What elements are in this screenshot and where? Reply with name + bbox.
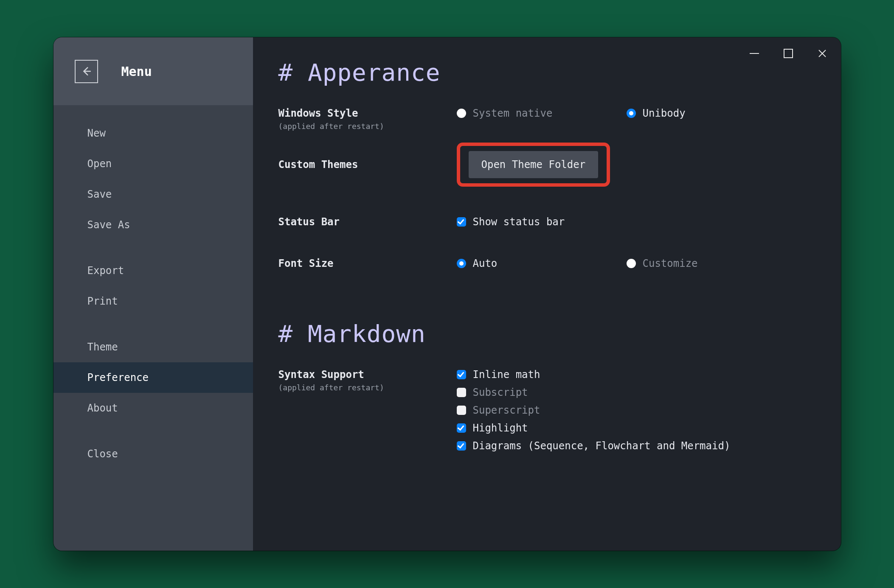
checkbox-diagrams-sequence-flowchart-and-mermaid-[interactable]: Diagrams (Sequence, Flowchart and Mermai… [457, 440, 815, 452]
checkbox-label: Subscript [473, 386, 528, 398]
checkbox-icon [457, 441, 466, 451]
status-bar-label: Status Bar [278, 216, 457, 228]
sidebar-item-save[interactable]: Save [53, 179, 253, 210]
maximize-button[interactable] [780, 45, 797, 62]
sidebar-item-open[interactable]: Open [53, 148, 253, 179]
checkbox-icon [457, 370, 466, 379]
radio-label: System native [473, 107, 553, 119]
custom-themes-label: Custom Themes [278, 159, 457, 171]
row-status-bar: Status Bar Show status bar [278, 207, 815, 237]
windows-style-sub: (applied after restart) [278, 122, 457, 131]
checkbox-icon [457, 406, 466, 415]
app-window: Menu NewOpenSaveSave AsExportPrintThemeP… [53, 37, 841, 551]
back-button[interactable] [75, 60, 98, 83]
radio-unibody[interactable]: Unibody [627, 107, 686, 119]
checkbox-show-status-bar[interactable]: Show status bar [457, 216, 565, 228]
checkbox-label: Show status bar [473, 216, 565, 228]
sidebar-item-new[interactable]: New [53, 118, 253, 148]
sidebar-item-save-as[interactable]: Save As [53, 210, 253, 240]
highlight-open-theme-folder: Open Theme Folder [457, 143, 610, 187]
row-font-size: Font Size Auto Customize [278, 249, 815, 278]
sidebar-item-preference[interactable]: Preference [53, 362, 253, 393]
row-syntax-support: Syntax Support (applied after restart) I… [278, 369, 815, 452]
checkbox-label: Diagrams (Sequence, Flowchart and Mermai… [473, 440, 731, 452]
open-theme-folder-button[interactable]: Open Theme Folder [469, 151, 599, 178]
radio-dot-icon [627, 259, 636, 268]
windows-style-label: Windows Style [278, 107, 457, 119]
markdown-heading: # Markdown [278, 320, 815, 347]
radio-label: Auto [473, 258, 498, 269]
main-content: # Apperance Windows Style (applied after… [253, 37, 841, 551]
radio-dot-icon [627, 109, 636, 118]
sidebar-list: NewOpenSaveSave AsExportPrintThemePrefer… [53, 105, 253, 484]
appearance-heading: # Apperance [278, 59, 815, 86]
sidebar: Menu NewOpenSaveSave AsExportPrintThemeP… [53, 37, 253, 551]
row-custom-themes: Custom Themes Open Theme Folder [278, 143, 815, 187]
checkbox-icon [457, 217, 466, 227]
radio-customize[interactable]: Customize [627, 258, 698, 269]
sidebar-item-theme[interactable]: Theme [53, 332, 253, 362]
radio-auto[interactable]: Auto [457, 258, 567, 269]
radio-label: Unibody [643, 107, 686, 119]
checkbox-subscript[interactable]: Subscript [457, 386, 815, 398]
radio-label: Customize [643, 258, 698, 269]
sidebar-item-print[interactable]: Print [53, 286, 253, 316]
checkbox-label: Inline math [473, 369, 540, 381]
checkbox-highlight[interactable]: Highlight [457, 422, 815, 434]
syntax-support-label: Syntax Support [278, 369, 457, 381]
radio-dot-icon [457, 259, 466, 268]
checkbox-superscript[interactable]: Superscript [457, 404, 815, 416]
checkbox-inline-math[interactable]: Inline math [457, 369, 815, 381]
checkbox-icon [457, 388, 466, 397]
sidebar-item-close[interactable]: Close [53, 439, 253, 469]
syntax-support-sub: (applied after restart) [278, 383, 457, 392]
row-windows-style: Windows Style (applied after restart) Sy… [278, 107, 815, 131]
sidebar-item-export[interactable]: Export [53, 255, 253, 286]
sidebar-header: Menu [53, 37, 253, 105]
sidebar-title: Menu [121, 64, 152, 79]
radio-system-native[interactable]: System native [457, 107, 567, 119]
sidebar-item-about[interactable]: About [53, 393, 253, 423]
minimize-button[interactable] [746, 45, 763, 62]
close-window-button[interactable] [814, 45, 831, 62]
window-controls [746, 45, 831, 62]
radio-dot-icon [457, 109, 466, 118]
checkbox-label: Superscript [473, 404, 540, 416]
font-size-label: Font Size [278, 258, 457, 269]
checkbox-icon [457, 423, 466, 433]
checkbox-label: Highlight [473, 422, 528, 434]
